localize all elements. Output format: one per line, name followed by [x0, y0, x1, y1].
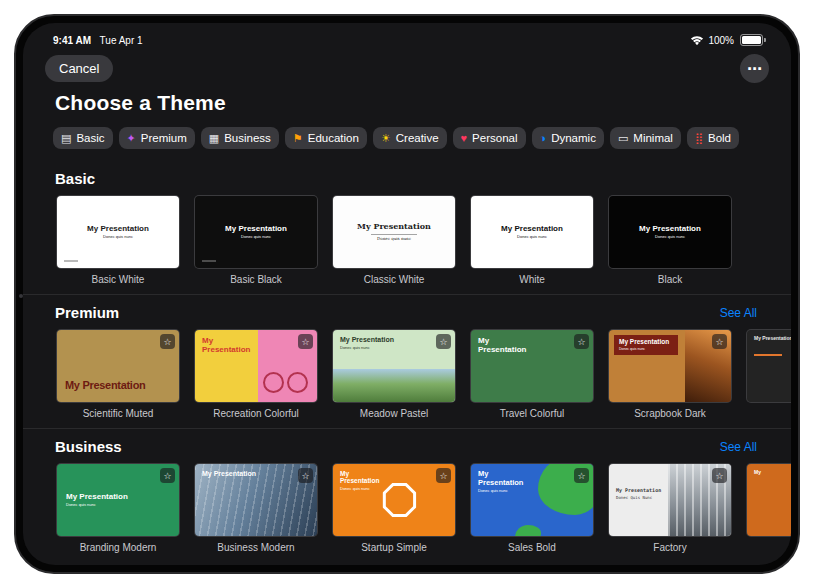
category-chip-basic[interactable]: ▤ Basic — [53, 127, 113, 149]
theme-card-business-partial[interactable]: ☆ My — [747, 464, 791, 553]
theme-card-basic-black[interactable]: My Presentation Donec quis nunc Basic Bl… — [195, 196, 317, 285]
theme-thumbnail[interactable]: ☆ My Presentation — [471, 330, 593, 402]
status-left: 9:41 AM Tue Apr 1 — [53, 35, 149, 46]
theme-card-meadow-pastel[interactable]: ☆ My Presentation Donec quis nunc Meadow… — [333, 330, 455, 419]
thumb-title: My Presentation — [65, 379, 145, 392]
thumb-title: My Presentation — [66, 492, 128, 501]
theme-thumbnail[interactable]: ☆ My Presentation — [195, 330, 317, 402]
thumb-title: My Presentation — [225, 224, 287, 233]
theme-thumbnail[interactable]: My Presentation Donec quis nunc — [333, 196, 455, 268]
theme-thumbnail[interactable]: ☆ My Presentation Donec quis nunc — [333, 464, 455, 536]
thumb-subtitle: Donec quis nunc — [478, 489, 508, 494]
theme-thumbnail[interactable]: ☆ My Presentation Donec quis nunc — [471, 464, 593, 536]
thumb-subtitle: Donec Quis Nunc — [616, 496, 661, 501]
thumb-subtitle: Donec quis nunc — [241, 235, 271, 240]
theme-card-scrapbook-dark[interactable]: ☆ My Presentation Donec quis nunc Scrapb… — [609, 330, 731, 419]
category-label: Basic — [76, 132, 104, 144]
category-label: Premium — [141, 132, 187, 144]
theme-card-sales-bold[interactable]: ☆ My Presentation Donec quis nunc Sales … — [471, 464, 593, 553]
keynote-theme-chooser-screen: 9:41 AM Tue Apr 1 100% Cancel ⋯ Choose a… — [23, 23, 791, 565]
theme-caption: Startup Simple — [361, 542, 427, 553]
category-chip-dynamic[interactable]: ◑ Dynamic — [532, 127, 604, 149]
creative-category-icon: ☀ — [381, 133, 391, 144]
theme-caption: Scrapbook Dark — [634, 408, 706, 419]
theme-card-recreation-colorful[interactable]: ☆ My Presentation Recreation Colorful — [195, 330, 317, 419]
theme-thumbnail[interactable]: ☆ My Presentation Donec quis nunc — [57, 464, 179, 536]
theme-thumbnail[interactable]: ☆ My Presentation — [195, 464, 317, 536]
theme-card-startup-simple[interactable]: ☆ My Presentation Donec quis nunc Startu… — [333, 464, 455, 553]
status-time: 9:41 AM — [53, 35, 91, 46]
premium-category-icon: ✦ — [127, 133, 136, 144]
premium-star-icon: ☆ — [574, 468, 589, 483]
education-category-icon: ⚑ — [293, 133, 303, 144]
status-right: 100% — [690, 34, 763, 46]
premium-star-icon: ☆ — [436, 334, 451, 349]
theme-card-basic-white[interactable]: My Presentation Donec quis nunc Basic Wh… — [57, 196, 179, 285]
thumb-subtitle: Donec quis nunc — [619, 347, 673, 351]
theme-caption: White — [519, 274, 545, 285]
theme-card-scientific-muted[interactable]: ☆ My Presentation Scientific Muted — [57, 330, 179, 419]
category-chip-personal[interactable]: ♥ Personal — [453, 127, 526, 149]
see-all-link-premium[interactable]: See All — [720, 306, 757, 320]
theme-caption: Sales Bold — [508, 542, 556, 553]
theme-card-classic-white[interactable]: My Presentation Donec quis nunc Classic … — [333, 196, 455, 285]
theme-caption: Branding Modern — [80, 542, 157, 553]
thumb-title: My Presentation — [754, 336, 791, 342]
section-title-business: Business — [55, 438, 122, 455]
premium-star-icon: ☆ — [712, 468, 727, 483]
thumb-title: My — [754, 470, 761, 476]
thumb-title: My Presentation — [619, 338, 673, 345]
theme-card-factory[interactable]: ☆ My Presentation Donec Quis Nunc Factor… — [609, 464, 731, 553]
theme-thumbnail[interactable]: ☆ My Presentation Donec Quis Nunc — [609, 464, 731, 536]
category-chip-bold[interactable]: ⣿ Bold — [687, 127, 739, 149]
theme-thumbnail[interactable]: ☆ My Presentation Donec quis nunc — [609, 330, 731, 402]
thumb-subtitle: Donec quis nunc — [66, 503, 96, 508]
theme-caption: Factory — [653, 542, 686, 553]
thumb-title: My Presentation — [340, 336, 394, 344]
theme-thumbnail[interactable]: ☆ My Presentation — [57, 330, 179, 402]
thumb-subtitle: Donec quis nunc — [377, 237, 411, 242]
category-label: Education — [308, 132, 359, 144]
thumb-subtitle: Donec quis nunc — [517, 235, 547, 240]
category-chip-creative[interactable]: ☀ Creative — [373, 127, 447, 149]
category-chip-premium[interactable]: ✦ Premium — [119, 127, 195, 149]
thumb-subtitle: Donec quis nunc — [103, 235, 133, 240]
theme-thumbnail[interactable]: My Presentation Donec quis nunc — [609, 196, 731, 268]
ipad-device-frame: 9:41 AM Tue Apr 1 100% Cancel ⋯ Choose a… — [14, 14, 800, 574]
category-chip-business[interactable]: ▦ Business — [201, 127, 279, 149]
divider-rule — [371, 234, 417, 235]
thumb-title: My Presentation — [340, 470, 380, 485]
theme-card-branding-modern[interactable]: ☆ My Presentation Donec quis nunc Brandi… — [57, 464, 179, 553]
theme-thumbnail[interactable]: ☆ My Presentation Donec quis nunc — [333, 330, 455, 402]
theme-thumbnail[interactable]: My Presentation Donec quis nunc — [471, 196, 593, 268]
theme-card-business-modern[interactable]: ☆ My Presentation Business Modern — [195, 464, 317, 553]
theme-thumbnail[interactable]: My Presentation Donec quis nunc — [195, 196, 317, 268]
status-date: Tue Apr 1 — [100, 35, 143, 46]
cancel-button[interactable]: Cancel — [45, 55, 113, 82]
category-label: Personal — [472, 132, 517, 144]
theme-thumbnail[interactable]: ☆ My Presentation — [747, 330, 791, 402]
see-all-link-business[interactable]: See All — [720, 440, 757, 454]
premium-star-icon: ☆ — [298, 468, 313, 483]
premium-star-icon: ☆ — [436, 468, 451, 483]
theme-card-premium-partial[interactable]: ☆ My Presentation — [747, 330, 791, 419]
dynamic-category-icon: ◑ — [540, 133, 547, 144]
theme-card-black[interactable]: My Presentation Donec quis nunc Black — [609, 196, 731, 285]
category-label: Bold — [708, 132, 731, 144]
section-business: Business See All ☆ My Presentation Donec… — [23, 428, 791, 562]
theme-caption: Basic Black — [230, 274, 282, 285]
theme-thumbnail[interactable]: My Presentation Donec quis nunc — [57, 196, 179, 268]
category-chip-education[interactable]: ⚑ Education — [285, 127, 367, 149]
octagon-shape — [382, 483, 416, 517]
more-options-button[interactable]: ⋯ — [740, 54, 769, 83]
minimal-category-icon: ▭ — [618, 133, 628, 144]
theme-thumbnail[interactable]: ☆ My — [747, 464, 791, 536]
theme-card-white[interactable]: My Presentation Donec quis nunc White — [471, 196, 593, 285]
theme-card-travel-colorful[interactable]: ☆ My Presentation Travel Colorful — [471, 330, 593, 419]
section-premium: Premium See All ☆ My Presentation Scient… — [23, 294, 791, 428]
category-chip-minimal[interactable]: ▭ Minimal — [610, 127, 681, 149]
theme-caption: Black — [658, 274, 682, 285]
theme-caption: Travel Colorful — [500, 408, 565, 419]
status-bar: 9:41 AM Tue Apr 1 100% — [23, 23, 791, 46]
thumb-title: My Presentation — [478, 336, 526, 354]
